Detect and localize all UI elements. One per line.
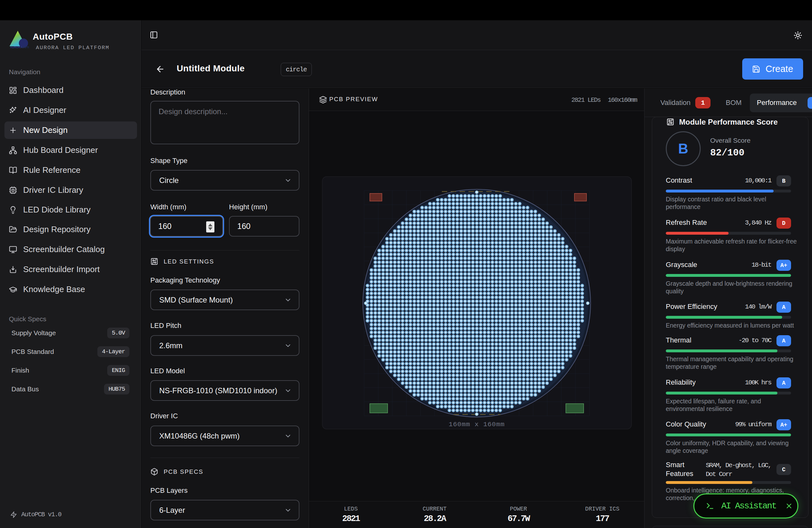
svg-text:160mm x 160mm: 160mm x 160mm bbox=[449, 421, 505, 428]
svg-text:AURORADOTLAB: AURORADOTLAB bbox=[10, 46, 29, 49]
